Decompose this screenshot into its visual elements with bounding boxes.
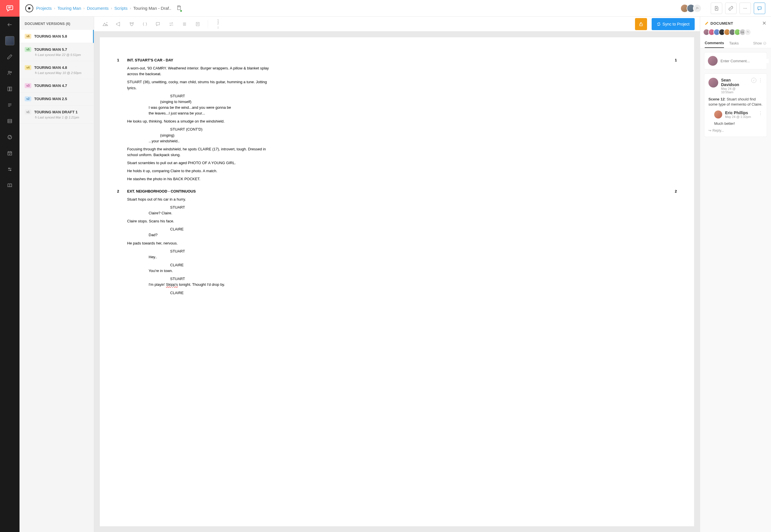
dialogue[interactable]: ...your windshield.. (149, 138, 235, 144)
chevron-right-icon: › (111, 6, 112, 10)
svg-rect-6 (10, 87, 12, 91)
add-collaborator-icon[interactable] (744, 29, 751, 36)
script-page[interactable]: 1 INT. STUART'S CAR - DAY 1 A worn-out, … (100, 37, 694, 526)
scene-heading[interactable]: INT. STUART'S CAR - DAY (127, 57, 671, 63)
parenthetical[interactable]: (singing) (160, 133, 677, 138)
breadcrumb-scripts[interactable]: Scripts (114, 6, 128, 11)
breadcrumb-projects[interactable]: Projects (36, 6, 52, 11)
pages-icon[interactable] (4, 83, 15, 95)
dialogue[interactable]: I'm playin' Skipp's tonight. Thought I'd… (149, 282, 235, 288)
version-item[interactable]: v6TOURING MAN 5.8 (20, 30, 94, 43)
calendar-icon[interactable] (4, 147, 15, 159)
dialogue[interactable]: You're in town. (149, 268, 235, 274)
version-item[interactable]: v2TOURING MAN 2.5 (20, 92, 94, 106)
action-text[interactable]: He pads towards her, nervous. (127, 240, 276, 246)
more-icon[interactable]: ⋮ (758, 78, 763, 83)
character-name[interactable]: CLAIRE (170, 262, 677, 268)
dialogue[interactable]: Claire? Claire. (149, 210, 235, 216)
transition-icon[interactable] (165, 19, 177, 29)
resolve-icon[interactable]: ✓ (751, 78, 756, 83)
project-thumbnail[interactable] (5, 36, 14, 45)
breadcrumb-documents[interactable]: Documents (87, 6, 109, 11)
version-item[interactable]: v4TOURING MAN 4.8 ↻ Last synced May 10 @… (20, 61, 94, 79)
collaborator-avatars[interactable] (683, 4, 702, 13)
comment-field[interactable] (720, 59, 769, 63)
version-badge: v1 (25, 110, 31, 114)
reply-link[interactable]: ↪ Reply... (708, 129, 763, 133)
version-item[interactable]: v5TOURING MAN 5.7 ↻ Last synced Mar 22 @… (20, 43, 94, 61)
avatar[interactable] (708, 78, 718, 88)
character-name[interactable]: STUART (CONT'D) (170, 127, 677, 132)
chevron-right-icon: › (130, 6, 131, 10)
link-button[interactable] (725, 3, 737, 14)
dialogue[interactable]: Dad? (149, 232, 235, 238)
svg-rect-37 (196, 22, 199, 26)
comment-input[interactable] (704, 52, 767, 69)
character-name[interactable]: STUART (170, 93, 677, 99)
dialogue[interactable]: Hey.. (149, 254, 235, 260)
character-name[interactable]: CLAIRE (170, 290, 677, 296)
action-text[interactable]: Stuart hops out of his car in a hurry. (127, 197, 276, 202)
close-icon[interactable]: ✕ (762, 20, 766, 26)
save-status-icon[interactable] (176, 5, 182, 11)
character-name[interactable]: CLAIRE (170, 226, 677, 232)
lines-icon[interactable] (178, 19, 191, 29)
parenthetical-icon[interactable] (139, 19, 151, 29)
comments-panel-button[interactable] (754, 3, 765, 14)
more-button[interactable] (739, 3, 751, 14)
comment-author: Sean Davidson (721, 78, 748, 87)
action-text[interactable]: Focusing through the windshield, he spot… (127, 146, 276, 158)
panel-collaborators[interactable]: SW (700, 29, 771, 38)
more-icon[interactable]: ⋮ (758, 110, 763, 116)
scene-number: 2 (117, 189, 127, 194)
note-icon[interactable] (192, 19, 204, 29)
character-name[interactable]: STUART (170, 205, 677, 210)
comment-time: May 24 @ 10:55am (721, 87, 748, 94)
version-meta: ↻ Last synced Mar 22 @ 5:51pm (34, 53, 89, 57)
mask-icon[interactable] (126, 19, 138, 29)
character-name[interactable]: STUART (170, 276, 677, 282)
book-icon[interactable] (4, 180, 15, 191)
character-name[interactable]: STUART (170, 248, 677, 254)
breadcrumb-project[interactable]: Touring Man (57, 6, 81, 11)
sync-button[interactable]: Sync to Project (652, 18, 695, 30)
action-text[interactable]: A worn-out, '93 CAMRY. Weathered interio… (127, 65, 276, 77)
dialogue[interactable]: I was gonna be the wind...and you were g… (149, 105, 235, 116)
app-logo[interactable] (0, 0, 20, 17)
tab-comments[interactable]: Comments (705, 38, 724, 48)
action-text[interactable]: He looks up, thinking. Notices a smudge … (127, 119, 276, 124)
action-text[interactable]: Claire stops. Scans his face. (127, 218, 276, 224)
action-text[interactable]: Stuart scrambles to pull out an aged PHO… (127, 160, 276, 166)
back-icon[interactable] (4, 19, 15, 30)
action-text[interactable]: STUART (36), unwitting, cocky, man child… (127, 79, 276, 91)
dialogue-icon[interactable] (152, 19, 164, 29)
version-item[interactable]: v3TOURING MAN 4.7 (20, 79, 94, 92)
version-title: TOURING MAN 5.8 (34, 34, 67, 38)
show-filter[interactable]: Show (753, 41, 766, 45)
action-text[interactable]: He holds it up, comparing Claire to the … (127, 168, 276, 174)
megaphone-icon[interactable] (112, 19, 125, 29)
image-icon[interactable] (99, 19, 111, 29)
version-item[interactable]: v1TOURING MAN DRAFT 1 ↻ Last synced Mar … (20, 106, 94, 124)
svg-point-29 (746, 8, 747, 8)
edit-icon[interactable] (4, 51, 15, 63)
project-logo-icon[interactable] (25, 4, 33, 12)
export-button[interactable] (711, 3, 722, 14)
team-icon[interactable] (4, 67, 15, 79)
sliders-icon[interactable] (4, 164, 15, 175)
aperture-icon[interactable] (4, 131, 15, 143)
reply-time: May 24 @ 1:32pm (725, 115, 758, 119)
tab-tasks[interactable]: Tasks (729, 39, 739, 48)
lock-button[interactable] (635, 18, 647, 30)
action-text[interactable]: He stashes the photo in his BACK POCKET. (127, 176, 276, 182)
numbering-icon[interactable]: 12 ↓ (212, 19, 224, 29)
parenthetical[interactable]: (singing to himself) (160, 99, 677, 105)
add-collaborator-icon[interactable] (693, 4, 702, 13)
version-badge: v2 (25, 96, 31, 101)
scene-number: 1 (117, 57, 127, 63)
list-icon[interactable] (4, 99, 15, 111)
avatar[interactable] (714, 110, 722, 119)
scene-heading[interactable]: EXT. NEIGHBORHOOD - CONTINUOUS (127, 189, 671, 194)
version-title: TOURING MAN DRAFT 1 (34, 110, 77, 114)
table-icon[interactable] (4, 115, 15, 127)
